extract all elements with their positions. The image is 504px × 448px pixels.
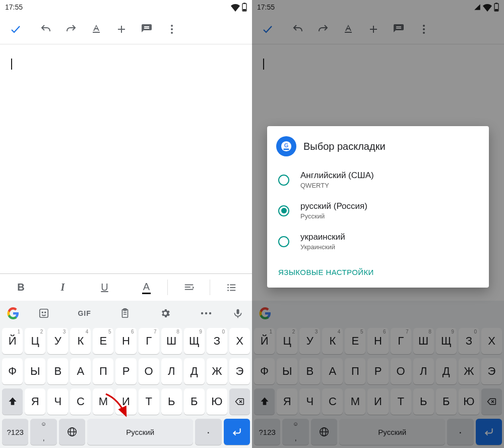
- svg-point-24: [201, 312, 203, 314]
- svg-rect-17: [40, 309, 48, 318]
- key-Т[interactable]: Т: [139, 388, 159, 415]
- svg-point-25: [205, 312, 207, 314]
- key-Р[interactable]: Р: [115, 358, 136, 384]
- option-label: русский (Россия): [300, 201, 367, 211]
- key-О[interactable]: О: [139, 358, 159, 384]
- clipboard-button[interactable]: [105, 303, 145, 323]
- key-С[interactable]: С: [70, 388, 91, 415]
- key-Щ[interactable]: Щ9: [184, 328, 205, 354]
- key-Ю[interactable]: Ю: [207, 388, 227, 415]
- undo-button[interactable]: [33, 17, 58, 41]
- key-Б[interactable]: Б: [184, 388, 205, 415]
- shift-key[interactable]: [2, 388, 23, 415]
- option-sublabel: Русский: [300, 212, 367, 220]
- svg-point-12: [227, 287, 229, 288]
- keyboard: Й1Ц2У3К4Е5Н6Г7Ш8Щ9З0Х ФЫВАПРОЛДЖЭ ЯЧСМИТ…: [0, 326, 252, 448]
- underline-button[interactable]: U: [84, 274, 125, 301]
- key-Д[interactable]: Д: [184, 358, 205, 384]
- app-bar: [0, 14, 252, 44]
- key-Ы[interactable]: Ы: [25, 358, 45, 384]
- italic-button[interactable]: I: [42, 274, 84, 301]
- format-toolbar: B I U A: [0, 273, 252, 301]
- sticker-button[interactable]: [24, 303, 64, 323]
- more-options-button[interactable]: [186, 303, 226, 323]
- svg-point-26: [209, 312, 211, 314]
- comma-key[interactable]: ☺ ,: [30, 419, 56, 445]
- symbols-key[interactable]: ?123: [2, 419, 28, 445]
- key-К[interactable]: К4: [70, 328, 91, 354]
- layout-option[interactable]: русский (Россия)Русский: [276, 195, 480, 226]
- svg-point-19: [45, 312, 46, 313]
- status-bar: 17:55: [0, 0, 252, 14]
- key-row-4: ?123 ☺ , Русский .: [2, 419, 250, 445]
- key-Й[interactable]: Й1: [2, 328, 23, 354]
- key-Е[interactable]: Е5: [93, 328, 113, 354]
- svg-point-6: [171, 28, 173, 30]
- key-Н[interactable]: Н6: [115, 328, 136, 354]
- document-editor[interactable]: [0, 44, 252, 273]
- svg-rect-47: [284, 149, 289, 150]
- layout-option[interactable]: украинскийУкраинский: [276, 226, 480, 257]
- confirm-button[interactable]: [3, 17, 28, 41]
- language-settings-button[interactable]: ЯЗЫКОВЫЕ НАСТРОЙКИ: [276, 264, 480, 281]
- key-Э[interactable]: Э: [229, 358, 250, 384]
- svg-point-18: [42, 312, 43, 313]
- svg-point-13: [227, 290, 229, 291]
- key-Г[interactable]: Г7: [139, 328, 159, 354]
- key-Ь[interactable]: Ь: [161, 388, 182, 415]
- svg-rect-15: [230, 287, 235, 288]
- key-У[interactable]: У3: [47, 328, 68, 354]
- gif-button[interactable]: GIF: [65, 303, 104, 323]
- text-color-button[interactable]: A: [125, 274, 167, 301]
- align-button[interactable]: [168, 274, 210, 301]
- key-П[interactable]: П: [93, 358, 113, 384]
- key-Ц[interactable]: Ц2: [25, 328, 45, 354]
- text-format-button[interactable]: [84, 17, 109, 41]
- comment-button[interactable]: [134, 17, 159, 41]
- mic-button[interactable]: [227, 303, 249, 323]
- key-Ч[interactable]: Ч: [47, 388, 68, 415]
- key-И[interactable]: И: [115, 388, 136, 415]
- gboard-badge-icon: G: [276, 136, 296, 156]
- key-Х[interactable]: Х: [229, 328, 250, 354]
- key-Ш[interactable]: Ш8: [161, 328, 182, 354]
- key-Л[interactable]: Л: [161, 358, 182, 384]
- key-М[interactable]: М: [93, 388, 113, 415]
- key-row-1: Й1Ц2У3К4Е5Н6Г7Ш8Щ9З0Х: [2, 328, 250, 354]
- key-row-3: ЯЧСМИТЬБЮ: [2, 388, 250, 415]
- enter-key[interactable]: [224, 419, 250, 445]
- layout-option[interactable]: Английский (США)QWERTY: [276, 164, 480, 195]
- svg-rect-10: [184, 289, 193, 290]
- bullet-list-button[interactable]: [210, 274, 252, 301]
- svg-rect-16: [230, 290, 235, 291]
- key-Я[interactable]: Я: [25, 388, 45, 415]
- svg-point-11: [227, 284, 229, 286]
- option-label: Английский (США): [300, 171, 374, 181]
- language-key[interactable]: [59, 419, 85, 445]
- backspace-key[interactable]: [229, 388, 250, 415]
- settings-button[interactable]: [146, 303, 185, 323]
- wifi-icon: [231, 3, 240, 12]
- radio-icon: [278, 236, 289, 247]
- redo-button[interactable]: [58, 17, 84, 41]
- phone-right: 17:55 Й1Ц2У3К4Е5Н6Г7Ш8Щ9З0Х ФЫВАПРОЛДЖЭ …: [252, 0, 504, 448]
- key-В[interactable]: В: [47, 358, 68, 384]
- space-key[interactable]: Русский: [87, 419, 193, 445]
- key-З[interactable]: З0: [207, 328, 227, 354]
- text-cursor: [11, 59, 12, 70]
- bold-button[interactable]: B: [0, 274, 42, 301]
- google-icon[interactable]: [3, 306, 23, 320]
- clock: 17:55: [5, 3, 23, 11]
- period-key[interactable]: .: [195, 419, 221, 445]
- svg-point-5: [171, 25, 173, 27]
- key-А[interactable]: А: [70, 358, 91, 384]
- key-Ф[interactable]: Ф: [2, 358, 23, 384]
- insert-button[interactable]: [109, 17, 134, 41]
- svg-point-7: [171, 32, 173, 34]
- phone-left: 17:55 B I U: [0, 0, 252, 448]
- dialog-title: Выбор раскладки: [303, 141, 386, 152]
- key-Ж[interactable]: Ж: [207, 358, 227, 384]
- svg-rect-9: [184, 287, 190, 288]
- battery-icon: [242, 3, 247, 12]
- more-button[interactable]: [159, 17, 184, 41]
